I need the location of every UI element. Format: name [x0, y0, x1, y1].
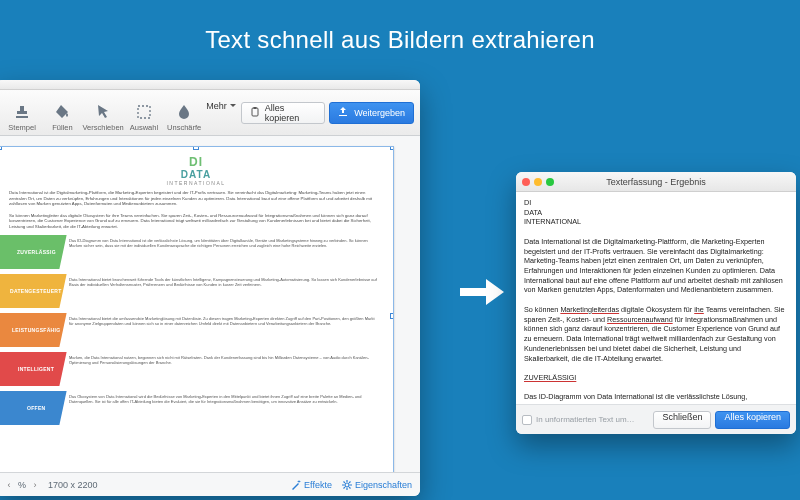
editor-toolbar: Stempel Füllen Verschieben Auswahl Unsch… — [0, 90, 420, 136]
selection-handle[interactable] — [0, 146, 2, 150]
selection-handle[interactable] — [390, 313, 394, 319]
more-label: Mehr — [206, 101, 227, 111]
page-headline: Text schnell aus Bildern extrahieren — [0, 0, 800, 54]
doc-feature: LEISTUNGSFÄHIGData International bietet … — [9, 313, 383, 347]
doc-feature: INTELLIGENTMarken, die Data Internationa… — [9, 352, 383, 386]
toolbar-more[interactable]: Mehr — [206, 101, 237, 125]
doc-feature-label: OFFEN — [0, 391, 67, 425]
effects-label: Effekte — [304, 480, 332, 490]
zoom-value: % — [18, 480, 26, 490]
effects-button[interactable]: Effekte — [291, 480, 332, 490]
plaintext-checkbox[interactable] — [522, 415, 532, 425]
tool-fill[interactable]: Füllen — [42, 90, 82, 135]
doc-feature-body: Das Ökosystem von Data International wir… — [63, 391, 383, 425]
svg-point-3 — [345, 483, 349, 487]
editor-canvas[interactable]: DI DATA INTERNATIONAL Data International… — [0, 136, 420, 472]
share-button[interactable]: Weitergeben — [329, 102, 414, 124]
copy-all-label: Alles kopieren — [265, 103, 316, 123]
zoom-increase[interactable]: › — [30, 480, 40, 490]
arrow-icon — [460, 275, 504, 309]
zoom-decrease[interactable]: ‹ — [4, 480, 14, 490]
doc-feature-body: Marken, die Data International nutzen, b… — [63, 352, 383, 386]
bucket-icon — [53, 103, 71, 121]
tool-label: Füllen — [52, 123, 72, 132]
doc-feature-body: Data International bietet die umfassends… — [63, 313, 383, 347]
tool-move[interactable]: Verschieben — [83, 90, 124, 135]
doc-brand-sub: INTERNATIONAL — [9, 180, 383, 186]
gear-icon — [342, 480, 352, 490]
doc-feature: ZUVERLÄSSIGDas ID-Diagramm von Data Inte… — [9, 235, 383, 269]
doc-intro1: Data International ist die Digitalmarket… — [9, 190, 383, 207]
doc-feature-label: ZUVERLÄSSIG — [0, 235, 67, 269]
document-content: DI DATA INTERNATIONAL Data International… — [0, 147, 393, 438]
share-label: Weitergeben — [354, 108, 405, 118]
doc-brand-short: DI — [9, 155, 383, 169]
editor-window: Stempel Füllen Verschieben Auswahl Unsch… — [0, 80, 420, 496]
canvas-dimensions: 1700 x 2200 — [48, 480, 98, 490]
tool-label: Auswahl — [130, 123, 158, 132]
doc-feature-body: Data International bietet branchenweit f… — [63, 274, 383, 308]
tool-stamp[interactable]: Stempel — [2, 90, 42, 135]
tool-label: Verschieben — [83, 123, 124, 132]
document-page[interactable]: DI DATA INTERNATIONAL Data International… — [0, 146, 394, 472]
stamp-icon — [13, 103, 31, 121]
doc-feature-label: DATENGESTEUERT — [0, 274, 67, 308]
svg-rect-0 — [138, 106, 150, 118]
result-window: Texterfassung - Ergebnis DIDATAINTERNATI… — [516, 172, 796, 434]
share-icon — [338, 107, 350, 119]
chevron-down-icon — [229, 102, 237, 110]
editor-statusbar: ‹ % › 1700 x 2200 Effekte Eigenschaften — [0, 472, 420, 496]
copy-all-button[interactable]: Alles kopieren — [715, 411, 790, 429]
marquee-icon — [135, 103, 153, 121]
droplet-icon — [175, 103, 193, 121]
svg-rect-2 — [253, 107, 256, 109]
doc-feature-label: INTELLIGENT — [0, 352, 67, 386]
result-titlebar[interactable]: Texterfassung - Ergebnis — [516, 172, 796, 192]
properties-button[interactable]: Eigenschaften — [342, 480, 412, 490]
clipboard-icon — [250, 107, 261, 119]
cursor-icon — [94, 103, 112, 121]
result-title: Texterfassung - Ergebnis — [516, 177, 796, 187]
svg-rect-1 — [252, 108, 258, 116]
doc-brand-name: DATA — [9, 169, 383, 180]
wand-icon — [291, 480, 301, 490]
zoom-control[interactable]: ‹ % › — [4, 480, 40, 490]
doc-feature: OFFENDas Ökosystem von Data Internationa… — [9, 391, 383, 425]
tool-label: Unschärfe — [167, 123, 201, 132]
selection-handle[interactable] — [390, 146, 394, 150]
properties-label: Eigenschaften — [355, 480, 412, 490]
editor-titlebar — [0, 80, 420, 90]
result-text[interactable]: DIDATAINTERNATIONALData International is… — [516, 192, 796, 404]
tool-blur[interactable]: Unschärfe — [164, 90, 204, 135]
doc-feature: DATENGESTEUERTData International bietet … — [9, 274, 383, 308]
copy-all-button[interactable]: Alles kopieren — [241, 102, 325, 124]
plaintext-label: In unformatierten Text um… — [536, 415, 649, 424]
tool-select[interactable]: Auswahl — [124, 90, 164, 135]
doc-feature-label: LEISTUNGSFÄHIG — [0, 313, 67, 347]
selection-handle[interactable] — [193, 146, 199, 150]
doc-feature-body: Das ID-Diagramm von Data International i… — [63, 235, 383, 269]
doc-intro2: So können Marketingleiter das digitale Ö… — [9, 213, 383, 230]
close-button[interactable]: Schließen — [653, 411, 711, 429]
result-footer: In unformatierten Text um… Schließen All… — [516, 404, 796, 434]
tool-label: Stempel — [8, 123, 36, 132]
